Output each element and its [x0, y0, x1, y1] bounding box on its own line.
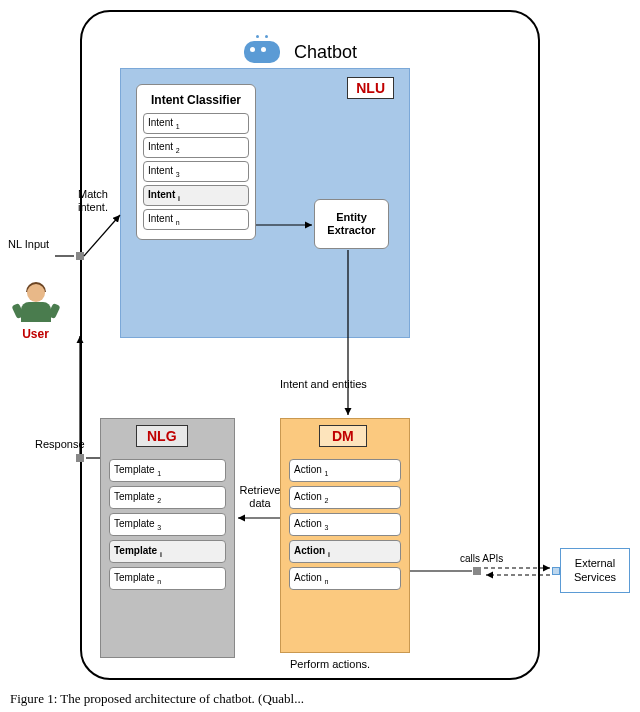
figure-caption: Figure 1: The proposed architecture of c…	[10, 691, 304, 707]
intent-item-4: Intent n	[143, 209, 249, 230]
action-item-2: Action 3	[289, 513, 401, 536]
nlu-label: NLU	[347, 77, 394, 99]
template-item-3: Template i	[109, 540, 226, 563]
robot-icon	[242, 37, 282, 67]
edge-intent-entities: Intent and entities	[280, 378, 367, 390]
intent-item-2: Intent 3	[143, 161, 249, 182]
intent-classifier: Intent Classifier Intent 1Intent 2Intent…	[136, 84, 256, 240]
dm-module: DM Action 1Action 2Action 3Action iActio…	[280, 418, 410, 653]
action-item-3: Action i	[289, 540, 401, 563]
user-icon	[16, 280, 56, 325]
template-item-1: Template 2	[109, 486, 226, 509]
template-item-2: Template 3	[109, 513, 226, 536]
external-services: External Services	[560, 548, 630, 593]
chatbot-title: Chatbot	[294, 42, 357, 63]
action-item-4: Action n	[289, 567, 401, 590]
nlu-module: NLU Intent Classifier Intent 1Intent 2In…	[120, 68, 410, 338]
user-label: User	[8, 327, 63, 341]
template-item-0: Template 1	[109, 459, 226, 482]
chatbot-header: Chatbot	[242, 37, 357, 67]
intent-item-1: Intent 2	[143, 137, 249, 158]
dm-label: DM	[319, 425, 367, 447]
edge-calls-apis: calls APIs	[460, 553, 503, 564]
action-item-0: Action 1	[289, 459, 401, 482]
entity-extractor: Entity Extractor	[314, 199, 389, 249]
node-response	[76, 454, 84, 462]
edge-nl-input: NL Input	[8, 238, 49, 250]
edge-response: Response	[35, 438, 85, 450]
action-item-1: Action 2	[289, 486, 401, 509]
node-api	[473, 567, 481, 575]
dm-footer: Perform actions.	[290, 658, 370, 670]
intent-item-3: Intent i	[143, 185, 249, 206]
template-item-4: Template n	[109, 567, 226, 590]
intent-classifier-title: Intent Classifier	[143, 93, 249, 107]
user: User	[8, 280, 63, 341]
edge-retrieve-data: Retrieve data	[235, 484, 285, 510]
nlg-module: NLG Template 1Template 2Template 3Templa…	[100, 418, 235, 658]
nlg-label: NLG	[136, 425, 188, 447]
node-api-external	[552, 567, 560, 575]
edge-match-intent: Match intent.	[78, 188, 118, 214]
node-nl-input	[76, 252, 84, 260]
intent-item-0: Intent 1	[143, 113, 249, 134]
